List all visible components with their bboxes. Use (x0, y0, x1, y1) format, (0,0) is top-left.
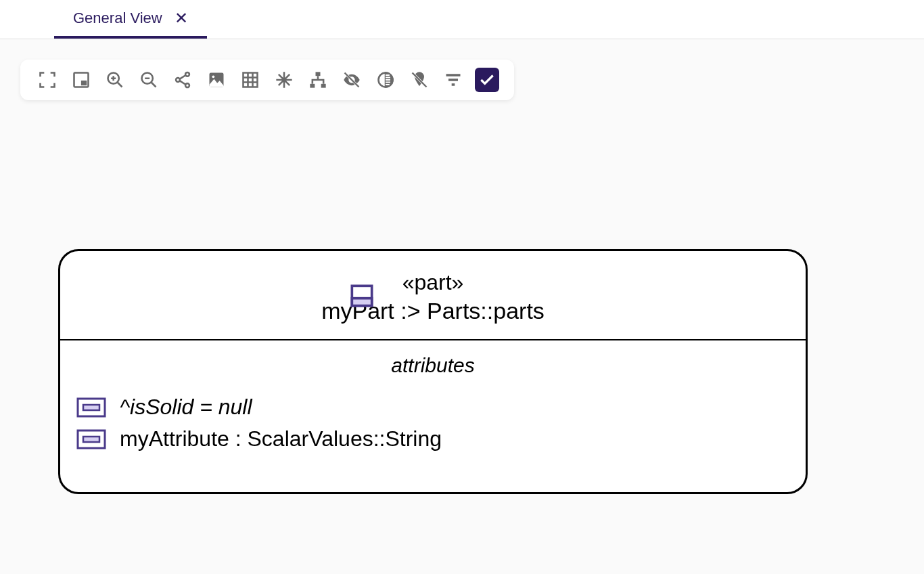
attribute-row[interactable]: myAttribute : ScalarValues::String (76, 426, 789, 451)
attributes-list: ^isSolid = null myAttribute : ScalarValu… (60, 395, 806, 492)
attribute-icon (76, 429, 106, 449)
frame-icon[interactable] (69, 68, 93, 92)
visibility-off-icon[interactable] (340, 68, 364, 92)
tree-icon[interactable] (306, 68, 330, 92)
attributes-section-label: attributes (60, 340, 806, 395)
part-name: myPart :> Parts::parts (74, 298, 792, 324)
filter-icon[interactable] (441, 68, 465, 92)
check-icon[interactable] (475, 68, 499, 92)
tab-bar: General View ✕ (0, 0, 924, 39)
close-icon[interactable]: ✕ (175, 9, 188, 28)
tab-general-view[interactable]: General View ✕ (54, 0, 207, 39)
svg-rect-8 (316, 72, 321, 76)
attribute-text: myAttribute : ScalarValues::String (120, 426, 442, 451)
part-header: «part» myPart :> Parts::parts (60, 251, 806, 340)
pin-off-icon[interactable] (407, 68, 432, 92)
fit-icon[interactable] (35, 68, 60, 92)
attribute-text: ^isSolid = null (120, 395, 252, 420)
svg-point-7 (212, 75, 214, 78)
svg-rect-17 (83, 437, 99, 442)
snap-icon[interactable] (272, 68, 296, 92)
svg-rect-13 (352, 299, 371, 306)
attribute-row[interactable]: ^isSolid = null (76, 395, 789, 420)
svg-rect-9 (310, 84, 315, 88)
diagram-canvas[interactable]: «part» myPart :> Parts::parts attributes… (0, 39, 924, 80)
part-node[interactable]: «part» myPart :> Parts::parts attributes… (58, 249, 808, 494)
part-icon (347, 281, 377, 313)
svg-rect-10 (321, 84, 326, 88)
zoom-in-icon[interactable] (103, 68, 127, 92)
attribute-icon (76, 397, 106, 418)
stereotype-label: «part» (74, 270, 792, 295)
contrast-icon[interactable] (373, 68, 398, 92)
diagram-toolbar (20, 60, 514, 100)
grid-icon[interactable] (238, 68, 262, 92)
image-icon[interactable] (204, 68, 229, 92)
zoom-out-icon[interactable] (137, 68, 161, 92)
share-icon[interactable] (170, 68, 195, 92)
svg-rect-15 (83, 405, 99, 410)
tab-label: General View (73, 9, 162, 27)
